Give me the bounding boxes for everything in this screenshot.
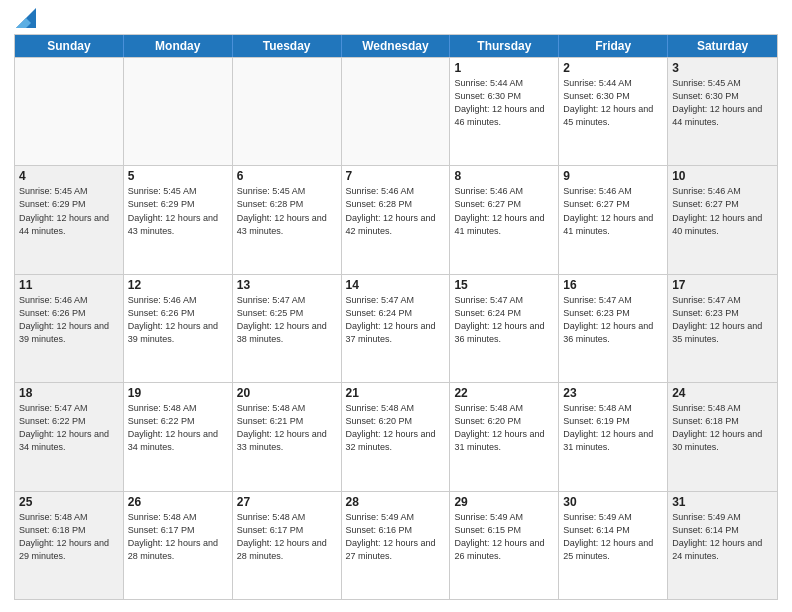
calendar-day-cell: 7Sunrise: 5:46 AM Sunset: 6:28 PM Daylig… [342, 166, 451, 273]
calendar-day-cell: 21Sunrise: 5:48 AM Sunset: 6:20 PM Dayli… [342, 383, 451, 490]
header [14, 10, 778, 28]
day-info: Sunrise: 5:46 AM Sunset: 6:26 PM Dayligh… [128, 294, 228, 346]
day-number: 21 [346, 386, 446, 400]
calendar-day-cell: 3Sunrise: 5:45 AM Sunset: 6:30 PM Daylig… [668, 58, 777, 165]
calendar-day-cell: 29Sunrise: 5:49 AM Sunset: 6:15 PM Dayli… [450, 492, 559, 599]
day-number: 30 [563, 495, 663, 509]
day-of-week-monday: Monday [124, 35, 233, 57]
calendar-day-cell: 9Sunrise: 5:46 AM Sunset: 6:27 PM Daylig… [559, 166, 668, 273]
day-of-week-wednesday: Wednesday [342, 35, 451, 57]
day-info: Sunrise: 5:47 AM Sunset: 6:23 PM Dayligh… [563, 294, 663, 346]
day-info: Sunrise: 5:45 AM Sunset: 6:29 PM Dayligh… [128, 185, 228, 237]
calendar-day-cell [15, 58, 124, 165]
day-number: 7 [346, 169, 446, 183]
calendar-week-5: 25Sunrise: 5:48 AM Sunset: 6:18 PM Dayli… [15, 491, 777, 599]
day-info: Sunrise: 5:47 AM Sunset: 6:24 PM Dayligh… [346, 294, 446, 346]
day-info: Sunrise: 5:47 AM Sunset: 6:22 PM Dayligh… [19, 402, 119, 454]
calendar-day-cell [233, 58, 342, 165]
calendar-day-cell: 31Sunrise: 5:49 AM Sunset: 6:14 PM Dayli… [668, 492, 777, 599]
calendar-week-2: 4Sunrise: 5:45 AM Sunset: 6:29 PM Daylig… [15, 165, 777, 273]
day-info: Sunrise: 5:49 AM Sunset: 6:15 PM Dayligh… [454, 511, 554, 563]
day-info: Sunrise: 5:48 AM Sunset: 6:20 PM Dayligh… [454, 402, 554, 454]
day-info: Sunrise: 5:46 AM Sunset: 6:27 PM Dayligh… [454, 185, 554, 237]
day-number: 29 [454, 495, 554, 509]
calendar-day-cell: 12Sunrise: 5:46 AM Sunset: 6:26 PM Dayli… [124, 275, 233, 382]
calendar-day-cell: 28Sunrise: 5:49 AM Sunset: 6:16 PM Dayli… [342, 492, 451, 599]
calendar-day-cell: 6Sunrise: 5:45 AM Sunset: 6:28 PM Daylig… [233, 166, 342, 273]
day-number: 9 [563, 169, 663, 183]
calendar-day-cell: 24Sunrise: 5:48 AM Sunset: 6:18 PM Dayli… [668, 383, 777, 490]
day-info: Sunrise: 5:46 AM Sunset: 6:27 PM Dayligh… [563, 185, 663, 237]
day-of-week-thursday: Thursday [450, 35, 559, 57]
calendar-day-cell: 1Sunrise: 5:44 AM Sunset: 6:30 PM Daylig… [450, 58, 559, 165]
calendar-day-cell: 23Sunrise: 5:48 AM Sunset: 6:19 PM Dayli… [559, 383, 668, 490]
day-number: 25 [19, 495, 119, 509]
calendar-day-cell: 16Sunrise: 5:47 AM Sunset: 6:23 PM Dayli… [559, 275, 668, 382]
day-number: 11 [19, 278, 119, 292]
calendar-week-3: 11Sunrise: 5:46 AM Sunset: 6:26 PM Dayli… [15, 274, 777, 382]
calendar-day-cell: 20Sunrise: 5:48 AM Sunset: 6:21 PM Dayli… [233, 383, 342, 490]
day-info: Sunrise: 5:49 AM Sunset: 6:14 PM Dayligh… [563, 511, 663, 563]
calendar-body: 1Sunrise: 5:44 AM Sunset: 6:30 PM Daylig… [15, 57, 777, 599]
day-info: Sunrise: 5:48 AM Sunset: 6:20 PM Dayligh… [346, 402, 446, 454]
calendar-day-cell: 19Sunrise: 5:48 AM Sunset: 6:22 PM Dayli… [124, 383, 233, 490]
day-of-week-friday: Friday [559, 35, 668, 57]
day-number: 16 [563, 278, 663, 292]
calendar-day-cell: 22Sunrise: 5:48 AM Sunset: 6:20 PM Dayli… [450, 383, 559, 490]
day-info: Sunrise: 5:48 AM Sunset: 6:18 PM Dayligh… [19, 511, 119, 563]
logo-text [14, 10, 36, 28]
day-info: Sunrise: 5:48 AM Sunset: 6:17 PM Dayligh… [128, 511, 228, 563]
calendar-day-cell: 13Sunrise: 5:47 AM Sunset: 6:25 PM Dayli… [233, 275, 342, 382]
day-number: 3 [672, 61, 773, 75]
calendar-day-cell: 15Sunrise: 5:47 AM Sunset: 6:24 PM Dayli… [450, 275, 559, 382]
day-info: Sunrise: 5:44 AM Sunset: 6:30 PM Dayligh… [454, 77, 554, 129]
calendar-week-4: 18Sunrise: 5:47 AM Sunset: 6:22 PM Dayli… [15, 382, 777, 490]
calendar-day-cell: 17Sunrise: 5:47 AM Sunset: 6:23 PM Dayli… [668, 275, 777, 382]
day-number: 28 [346, 495, 446, 509]
day-number: 15 [454, 278, 554, 292]
calendar-day-cell: 26Sunrise: 5:48 AM Sunset: 6:17 PM Dayli… [124, 492, 233, 599]
day-number: 4 [19, 169, 119, 183]
day-info: Sunrise: 5:47 AM Sunset: 6:24 PM Dayligh… [454, 294, 554, 346]
day-number: 6 [237, 169, 337, 183]
day-number: 14 [346, 278, 446, 292]
day-info: Sunrise: 5:48 AM Sunset: 6:19 PM Dayligh… [563, 402, 663, 454]
day-of-week-tuesday: Tuesday [233, 35, 342, 57]
day-info: Sunrise: 5:48 AM Sunset: 6:21 PM Dayligh… [237, 402, 337, 454]
day-info: Sunrise: 5:49 AM Sunset: 6:14 PM Dayligh… [672, 511, 773, 563]
calendar-header: SundayMondayTuesdayWednesdayThursdayFrid… [15, 35, 777, 57]
day-number: 27 [237, 495, 337, 509]
day-number: 20 [237, 386, 337, 400]
day-info: Sunrise: 5:48 AM Sunset: 6:18 PM Dayligh… [672, 402, 773, 454]
day-number: 23 [563, 386, 663, 400]
day-info: Sunrise: 5:46 AM Sunset: 6:26 PM Dayligh… [19, 294, 119, 346]
day-number: 19 [128, 386, 228, 400]
day-info: Sunrise: 5:45 AM Sunset: 6:30 PM Dayligh… [672, 77, 773, 129]
calendar: SundayMondayTuesdayWednesdayThursdayFrid… [14, 34, 778, 600]
day-number: 8 [454, 169, 554, 183]
day-info: Sunrise: 5:48 AM Sunset: 6:22 PM Dayligh… [128, 402, 228, 454]
calendar-day-cell: 27Sunrise: 5:48 AM Sunset: 6:17 PM Dayli… [233, 492, 342, 599]
day-of-week-sunday: Sunday [15, 35, 124, 57]
day-number: 1 [454, 61, 554, 75]
day-info: Sunrise: 5:44 AM Sunset: 6:30 PM Dayligh… [563, 77, 663, 129]
day-number: 10 [672, 169, 773, 183]
day-info: Sunrise: 5:47 AM Sunset: 6:23 PM Dayligh… [672, 294, 773, 346]
day-info: Sunrise: 5:47 AM Sunset: 6:25 PM Dayligh… [237, 294, 337, 346]
calendar-day-cell: 14Sunrise: 5:47 AM Sunset: 6:24 PM Dayli… [342, 275, 451, 382]
day-number: 22 [454, 386, 554, 400]
calendar-day-cell: 30Sunrise: 5:49 AM Sunset: 6:14 PM Dayli… [559, 492, 668, 599]
day-number: 2 [563, 61, 663, 75]
calendar-day-cell: 18Sunrise: 5:47 AM Sunset: 6:22 PM Dayli… [15, 383, 124, 490]
day-number: 26 [128, 495, 228, 509]
day-of-week-saturday: Saturday [668, 35, 777, 57]
calendar-day-cell: 8Sunrise: 5:46 AM Sunset: 6:27 PM Daylig… [450, 166, 559, 273]
day-info: Sunrise: 5:46 AM Sunset: 6:28 PM Dayligh… [346, 185, 446, 237]
day-info: Sunrise: 5:45 AM Sunset: 6:29 PM Dayligh… [19, 185, 119, 237]
day-number: 12 [128, 278, 228, 292]
logo-icon [16, 8, 36, 28]
day-number: 17 [672, 278, 773, 292]
day-number: 13 [237, 278, 337, 292]
day-number: 24 [672, 386, 773, 400]
day-info: Sunrise: 5:45 AM Sunset: 6:28 PM Dayligh… [237, 185, 337, 237]
